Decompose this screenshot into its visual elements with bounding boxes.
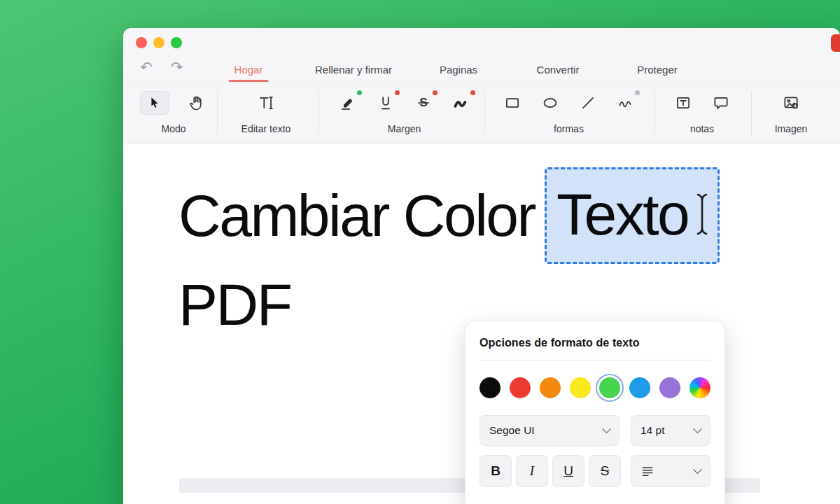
marker-badge-dot <box>470 90 475 95</box>
app-window: ↶ ↷ Hogar Rellenar y firmar Paginas Conv… <box>123 28 840 504</box>
panel-divider <box>479 360 710 360</box>
font-controls-row: Segoe UI 14 pt <box>479 415 710 446</box>
highlight-tool-button[interactable] <box>337 92 358 113</box>
format-buttons-row: B I U S <box>479 455 710 487</box>
tab-hogar[interactable]: Hogar <box>227 62 270 82</box>
text-box-icon <box>674 94 692 112</box>
toolbar-separator <box>217 90 218 135</box>
ribbon-tabs: ↶ ↷ Hogar Rellenar y firmar Paginas Conv… <box>123 57 840 83</box>
italic-button[interactable]: I <box>516 455 548 487</box>
toolbar-group-imagen: Imagen <box>760 83 822 134</box>
group-label-formas: formas <box>493 123 644 134</box>
color-swatch-black[interactable] <box>479 377 500 398</box>
minimize-button[interactable] <box>153 37 164 48</box>
rectangle-shape-button[interactable] <box>502 92 523 113</box>
font-size-select[interactable]: 14 pt <box>631 415 710 446</box>
toolbar-separator <box>484 90 485 135</box>
hand-tool-button[interactable] <box>186 92 207 113</box>
comment-button[interactable] <box>710 92 732 113</box>
panel-title: Opciones de formato de texto <box>479 337 710 349</box>
strikethrough-tool-button[interactable]: S <box>413 92 434 113</box>
heading-line-1: Cambiar Color Texto <box>178 167 720 264</box>
bold-button[interactable]: B <box>479 455 512 487</box>
font-family-value: Segoe UI <box>489 424 535 437</box>
group-label-editar-texto: Editar texto <box>224 123 308 134</box>
underline-button[interactable]: U <box>552 455 584 487</box>
strikethrough-button[interactable]: S <box>589 455 621 487</box>
group-label-imagen: Imagen <box>760 123 822 134</box>
hand-icon <box>188 94 206 112</box>
color-swatch-green[interactable] <box>599 377 620 398</box>
color-swatch-orange[interactable] <box>540 377 561 398</box>
font-family-select[interactable]: Segoe UI <box>479 415 620 446</box>
close-button[interactable] <box>136 37 147 48</box>
highlight-badge-dot <box>357 90 362 95</box>
underline-icon <box>377 94 395 112</box>
marker-squiggle-icon <box>452 94 470 112</box>
group-label-modo: Modo <box>132 123 216 134</box>
text-cursor-icon <box>694 192 710 237</box>
zoom-button[interactable] <box>171 37 182 48</box>
redo-button[interactable]: ↷ <box>171 59 183 76</box>
line-shape-button[interactable] <box>578 92 598 113</box>
color-swatches <box>479 377 710 398</box>
text-format-panel: Opciones de formato de texto Segoe UI 14 <box>465 321 725 504</box>
tab-proteger[interactable]: Proteger <box>630 62 685 82</box>
color-swatch-rainbow[interactable] <box>690 377 710 398</box>
toolbar-separator <box>751 90 752 135</box>
toolbar-separator <box>318 90 319 135</box>
tab-convertir[interactable]: Convertir <box>530 62 587 82</box>
freehand-badge-dot <box>635 90 640 95</box>
select-tool-button[interactable] <box>140 91 169 115</box>
ellipse-shape-button[interactable] <box>540 92 561 113</box>
scribble-icon <box>617 94 635 112</box>
chevron-down-icon <box>693 465 702 474</box>
comment-bubble-icon <box>712 94 730 112</box>
add-image-button[interactable] <box>780 92 802 113</box>
tab-rellenar-y-firmar[interactable]: Rellenar y firmar <box>308 62 399 82</box>
edit-text-tool-button[interactable] <box>255 92 276 113</box>
line-icon <box>579 94 597 112</box>
text-note-button[interactable] <box>673 92 694 113</box>
traffic-lights <box>136 37 182 48</box>
document-heading: Cambiar Color Texto PDF <box>178 167 720 345</box>
marker-tool-button[interactable] <box>451 92 472 113</box>
toolbar-group-margen: S Margen <box>329 83 479 134</box>
color-swatch-red[interactable] <box>510 377 531 398</box>
toolbar-group-editar-texto: Editar texto <box>224 83 308 134</box>
strikethrough-badge-dot <box>433 90 438 95</box>
chevron-down-icon <box>693 424 702 433</box>
underline-tool-button[interactable] <box>375 92 396 113</box>
titlebar <box>123 28 840 57</box>
toolbar-separator <box>654 90 655 135</box>
toolbar: Modo Editar texto <box>123 83 840 144</box>
underline-badge-dot <box>395 90 400 95</box>
heading-prefix-text: Cambiar Color <box>178 175 535 256</box>
toolbar-group-modo: Modo <box>132 83 216 134</box>
group-label-margen: Margen <box>329 123 479 134</box>
clipped-red-badge <box>831 34 840 52</box>
highlighter-icon <box>339 94 357 112</box>
freehand-shape-button[interactable] <box>615 92 636 113</box>
toolbar-group-notas: notas <box>662 83 743 134</box>
alignment-select[interactable] <box>631 455 710 487</box>
chevron-down-icon <box>602 424 611 433</box>
ellipse-icon <box>541 94 559 112</box>
tab-paginas[interactable]: Paginas <box>433 62 484 82</box>
cursor-arrow-icon <box>147 95 162 111</box>
rectangle-icon <box>503 94 522 112</box>
strikethrough-icon: S <box>414 94 433 112</box>
color-swatch-blue[interactable] <box>629 377 650 398</box>
color-swatch-purple[interactable] <box>659 377 680 398</box>
style-buttons: B I U S <box>479 455 621 487</box>
screenshot-root: ↶ ↷ Hogar Rellenar y firmar Paginas Conv… <box>0 0 840 504</box>
color-swatch-yellow[interactable] <box>570 377 591 398</box>
text-selection-box[interactable]: Texto <box>545 167 720 264</box>
edit-text-icon <box>257 94 275 112</box>
font-size-value: 14 pt <box>640 424 664 437</box>
align-lines-icon <box>640 464 654 478</box>
selected-word-text: Texto <box>556 174 688 255</box>
undo-button[interactable]: ↶ <box>140 59 153 76</box>
toolbar-group-formas: formas <box>493 83 644 134</box>
group-label-notas: notas <box>662 123 743 134</box>
